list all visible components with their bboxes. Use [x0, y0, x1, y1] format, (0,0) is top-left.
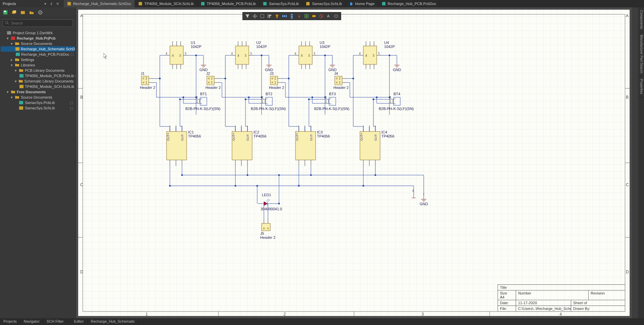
- tree-twisty-icon[interactable]: ▾: [6, 36, 9, 41]
- document-tabstrip: Projects ▾ ✕ Recharge_Hub_Schematic.SchD…: [0, 0, 644, 7]
- tree-row[interactable]: ▾Schematic Library Documents: [1, 78, 75, 84]
- doc-tab[interactable]: SamacSys.PcbLib: [260, 0, 303, 7]
- component-header[interactable]: 21J3Header 2: [269, 71, 284, 90]
- doc-tab[interactable]: Recharge_Hub_PCB.PcbDoc: [378, 0, 440, 7]
- add-icon[interactable]: [20, 10, 26, 15]
- schematic-canvas[interactable]: AABBCCDD1234 A 4545U11042PGND21J1Header …: [76, 7, 632, 318]
- tree-row[interactable]: TP4056_Module_SCH.SchLib: [1, 84, 75, 89]
- svg-text:TP4056: TP4056: [188, 134, 201, 138]
- rail-tab-properties[interactable]: Properties: [638, 76, 644, 97]
- panel-close-icon[interactable]: ✕: [55, 1, 60, 6]
- project-tree[interactable]: Project Group 1.DsnWrk▾Recharge_Hub.PrjP…: [0, 29, 76, 318]
- component-ic[interactable]: OUT+OUT-IC4TP4056: [360, 125, 395, 166]
- svg-rect-2: [201, 2, 204, 5]
- doc-tab[interactable]: Home Page: [346, 0, 378, 7]
- component-connector[interactable]: 21BT3B2B-PH-K-S(LF)(SN): [314, 92, 350, 111]
- svg-text:OUT+: OUT+: [295, 133, 299, 141]
- svg-text:TP4056: TP4056: [254, 134, 267, 138]
- svg-line-366: [268, 200, 270, 202]
- fld-icon: [15, 58, 19, 62]
- tree-row[interactable]: SamacSys.PcbLib: [1, 100, 75, 105]
- svg-point-103: [183, 97, 184, 98]
- title-block: Title SizeA4 Number Revision Date: 11-17…: [498, 284, 625, 312]
- svg-text:TP4056: TP4056: [317, 134, 330, 138]
- titleblk-number-label: Number: [516, 290, 589, 300]
- component-connector[interactable]: 21BT1B2B-PH-K-S(LF)(SN): [185, 92, 221, 111]
- svg-text:BT3: BT3: [329, 92, 336, 96]
- tree-twisty-icon[interactable]: ▸: [10, 58, 13, 62]
- tree-row[interactable]: Project Group 1.DsnWrk: [1, 30, 75, 36]
- folder-icon[interactable]: [29, 10, 34, 15]
- save-icon[interactable]: [3, 10, 8, 15]
- svg-rect-20: [71, 53, 74, 56]
- projects-search[interactable]: [3, 19, 73, 27]
- tree-row[interactable]: ▾PCB Library Documents: [1, 68, 75, 73]
- svg-rect-10: [21, 11, 25, 14]
- svg-text:5: 5: [378, 52, 380, 55]
- component-ic[interactable]: OUT+OUT-IC2TP4056: [232, 125, 267, 166]
- tree-label: TP4056_Module_SCH.SchLib: [25, 85, 74, 89]
- tree-row[interactable]: TP4056_Module_PCB.PcbLib: [1, 73, 75, 78]
- component-header[interactable]: 21J2Header 2: [205, 71, 221, 90]
- svg-text:5: 5: [179, 54, 181, 57]
- sch-icon: [67, 2, 71, 6]
- svg-text:5: 5: [314, 52, 315, 55]
- panel-pin-icon[interactable]: [49, 1, 54, 6]
- tree-twisty-icon[interactable]: ▾: [6, 90, 9, 94]
- component-header[interactable]: 21J1Header 2: [140, 71, 155, 90]
- svg-text:2: 2: [262, 96, 263, 99]
- panel-menu-icon[interactable]: ▾: [43, 1, 48, 6]
- prj-icon: [11, 36, 15, 40]
- component-connector[interactable]: 21BT4B2B-PH-K-S(LF)(SN): [379, 92, 414, 111]
- doc-tab[interactable]: TP4056_Module_PCB.PcbLib: [197, 0, 260, 7]
- tree-twisty-icon[interactable]: ▾: [10, 42, 13, 46]
- component-ic[interactable]: OUT+OUT-IC3TP4056: [295, 125, 330, 166]
- doc-tab[interactable]: TP4056_Module_SCH.SchLib: [135, 0, 197, 7]
- tree-label: Schematic Library Documents: [24, 79, 74, 83]
- component-ic[interactable]: OUT+OUT-IC1TP4056: [167, 125, 201, 166]
- doc-tab[interactable]: Recharge_Hub_Schematic.SchDoc: [64, 0, 135, 7]
- svg-text:Header 2: Header 2: [260, 235, 275, 239]
- tree-row[interactable]: ▾Recharge_Hub.PrjPcb: [1, 36, 75, 41]
- doc-tab[interactable]: SamacSys.SchLib: [303, 0, 346, 7]
- svg-point-356: [310, 174, 312, 176]
- svg-text:B2B-PH-K-S(LF)(SN): B2B-PH-K-S(LF)(SN): [379, 107, 414, 111]
- doc-tab-label: SamacSys.SchLib: [312, 2, 342, 6]
- tree-label: Project Group 1.DsnWrk: [13, 31, 53, 35]
- component-header[interactable]: 21J4Header 2: [333, 71, 349, 90]
- svg-text:IC4: IC4: [381, 130, 387, 134]
- tree-row[interactable]: Recharge_Hub_Schematic.SchD: [1, 46, 75, 52]
- component-connector[interactable]: 21BT2B2B-PH-K-S(LF)(SN): [251, 92, 286, 111]
- tree-twisty-icon[interactable]: ▾: [14, 79, 17, 84]
- tree-row[interactable]: ▾Libraries: [1, 62, 75, 68]
- tree-row[interactable]: ▾Source Documents: [1, 41, 75, 46]
- statusbar-tab-navigator[interactable]: Navigator: [20, 318, 43, 325]
- tree-row[interactable]: ▾Source Documents: [1, 95, 75, 100]
- tree-row[interactable]: Recharge_Hub_PCB.PcbDoc: [1, 52, 75, 57]
- svg-text:IC2: IC2: [254, 130, 259, 134]
- tree-row[interactable]: SamacSys.SchLib: [1, 105, 75, 111]
- compile-icon[interactable]: [11, 10, 17, 15]
- rail-tab-mfr-part-search[interactable]: Manufacturer Part Search: [638, 32, 644, 76]
- tree-label: SamacSys.PcbLib: [25, 101, 55, 105]
- svg-line-14: [8, 23, 9, 24]
- titleblk-date-value: 11-17-2020: [516, 300, 571, 306]
- svg-text:Header 2: Header 2: [269, 86, 284, 90]
- svg-rect-28: [70, 107, 73, 110]
- statusbar-tab-projects[interactable]: Projects: [0, 318, 20, 325]
- component-header[interactable]: J5Header 2: [260, 219, 275, 239]
- component-led[interactable]: LED1304090041.0: [258, 193, 282, 211]
- rail-tab-components[interactable]: Components: [638, 7, 644, 32]
- doc-tab-label: Recharge_Hub_PCB.PcbDoc: [388, 2, 436, 6]
- svg-text:4: 4: [301, 54, 303, 57]
- tree-twisty-icon[interactable]: ▾: [10, 95, 13, 100]
- settings-gear-icon[interactable]: [38, 10, 43, 15]
- statusbar-tab-schfilter[interactable]: SCH Filter: [43, 318, 67, 325]
- svg-rect-226: [270, 76, 278, 85]
- search-input[interactable]: [11, 21, 71, 25]
- tree-twisty-icon[interactable]: ▾: [14, 68, 17, 73]
- tree-twisty-icon[interactable]: ▾: [10, 63, 13, 67]
- tree-row[interactable]: ▾Free Documents: [1, 89, 75, 95]
- tree-row[interactable]: ▸Settings: [1, 57, 75, 62]
- svg-text:4: 4: [166, 52, 167, 55]
